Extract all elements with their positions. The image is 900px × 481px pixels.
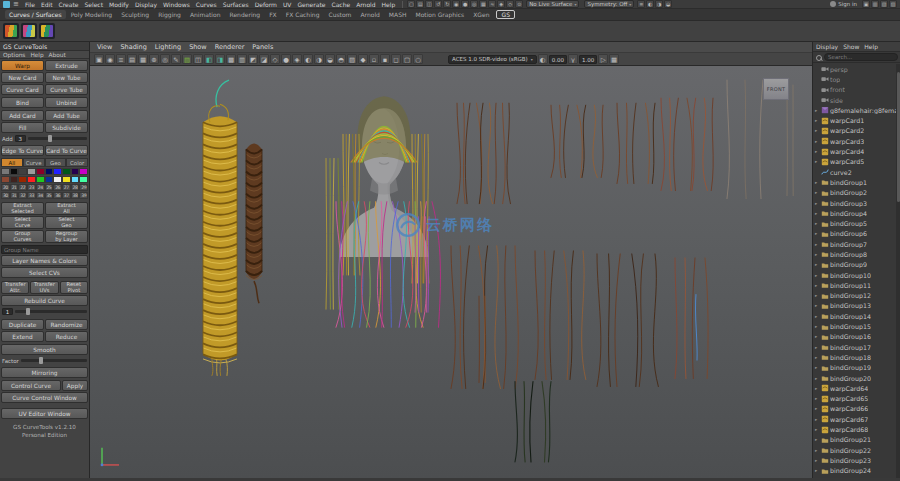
gamma-icon[interactable]: γ [568, 54, 578, 64]
gs-menu-item[interactable]: Options [3, 52, 25, 58]
gs-button[interactable]: Randomize [45, 319, 88, 330]
camera-attributes-icon[interactable]: ≡ [116, 54, 126, 64]
outliner-item[interactable]: bindGroup19 [813, 363, 900, 373]
textured-icon[interactable]: ◈ [292, 54, 302, 64]
outliner-item[interactable]: bindGroup9 [813, 260, 900, 270]
uv-texture-icon[interactable]: ▢ [402, 54, 412, 64]
outliner-item[interactable]: warpCard68 [813, 424, 900, 434]
shadows-icon[interactable]: ◑ [314, 54, 324, 64]
curve-control-window-button[interactable]: Curve Control Window [1, 392, 88, 403]
gs-button[interactable]: Curve Card [1, 84, 44, 95]
gs-button[interactable]: ExtractSelected [1, 202, 44, 215]
menu-icon[interactable]: ≡ [13, 0, 19, 8]
gs-button[interactable]: New Tube [45, 72, 88, 83]
color-swatch[interactable] [27, 168, 36, 175]
viewport-menu-item[interactable]: Lighting [152, 43, 184, 51]
color-swatch[interactable] [18, 176, 27, 183]
2d-pan-zoom-icon[interactable]: ⊕ [149, 54, 159, 64]
apply-button[interactable]: Apply [62, 380, 88, 391]
uv-editor-window-button[interactable]: UV Editor Window [1, 408, 88, 419]
expand-icon[interactable] [815, 118, 820, 123]
gs-button[interactable]: SelectCurve [1, 216, 44, 229]
expand-icon[interactable] [815, 345, 820, 350]
factor-slider[interactable] [21, 359, 87, 362]
lighting-icon[interactable]: ◐ [303, 54, 313, 64]
layer-number-cell[interactable]: 21 [10, 184, 19, 191]
menu-item[interactable]: Create [56, 1, 82, 8]
shelf-tab[interactable]: Animation [186, 10, 225, 19]
wireframe-icon[interactable]: ◇ [270, 54, 280, 64]
mirroring-button[interactable]: Mirroring [1, 367, 88, 378]
color-swatch[interactable] [18, 168, 27, 175]
gamma-field[interactable]: 1.00 [579, 55, 597, 64]
expand-icon[interactable] [815, 221, 820, 226]
snap-grid-icon[interactable]: ▦ [479, 0, 487, 8]
gs-button[interactable]: Extend [1, 331, 44, 342]
color-swatch[interactable] [53, 168, 62, 175]
gs-button[interactable]: Add Card [1, 110, 44, 121]
add-slider[interactable] [28, 137, 87, 140]
depth-of-field-icon[interactable]: ◆ [358, 54, 368, 64]
gs-button[interactable]: TransferAttr. [1, 281, 29, 294]
select-mask-component-icon[interactable]: ◎ [470, 0, 478, 8]
outliner-item[interactable]: persp [813, 64, 900, 74]
expand-icon[interactable] [815, 149, 820, 154]
outliner-item[interactable]: warpCard66 [813, 404, 900, 414]
gs-tab[interactable]: Color [66, 158, 88, 167]
shelf-tab[interactable]: Motion Graphics [411, 10, 468, 19]
shelf-tab[interactable]: Custom [324, 10, 355, 19]
layer-number-cell[interactable]: 34 [36, 192, 45, 199]
gs-button[interactable]: ExtractAll [45, 202, 88, 215]
outliner-item[interactable]: side [813, 95, 900, 105]
outliner-scrollbar[interactable] [896, 64, 900, 478]
menu-item[interactable]: Windows [160, 1, 193, 8]
lock-camera-icon[interactable]: ◉ [105, 54, 115, 64]
expand-icon[interactable] [815, 386, 820, 391]
shelf-tab[interactable]: XGen [469, 10, 493, 19]
motion-blur-icon[interactable]: ◓ [336, 54, 346, 64]
outliner-item[interactable]: bindGroup15 [813, 321, 900, 331]
outliner-item[interactable]: bindGroup13 [813, 301, 900, 311]
shelf-tab[interactable]: FX [265, 10, 281, 19]
menu-item[interactable]: Surfaces [220, 1, 252, 8]
shelf-tab[interactable]: Sculpting [117, 10, 153, 19]
modeling-toolkit-icon[interactable]: ▣ [862, 0, 870, 8]
resolution-gate-icon[interactable]: ◧ [204, 54, 214, 64]
gs-button[interactable]: SelectGeo [45, 216, 88, 229]
expand-icon[interactable] [815, 108, 820, 113]
outliner-item[interactable]: bindGroup18 [813, 352, 900, 362]
gs-tab[interactable]: Curve [23, 158, 45, 167]
outliner-item[interactable]: warpCard4 [813, 146, 900, 156]
layer-number-cell[interactable]: 39 [79, 192, 88, 199]
expand-icon[interactable] [815, 314, 820, 319]
expand-icon[interactable] [815, 324, 820, 329]
gs-menu-item[interactable]: About [49, 52, 66, 58]
live-surface-dropdown[interactable]: No Live Surface▾ [526, 0, 579, 8]
expand-icon[interactable] [815, 211, 820, 216]
outliner-item[interactable]: bindGroup3 [813, 198, 900, 208]
outliner-item[interactable]: bindGroup8 [813, 249, 900, 259]
gs-tab[interactable]: All [1, 158, 23, 167]
gs-button[interactable]: Fill [1, 122, 44, 133]
expand-icon[interactable] [815, 448, 820, 453]
menu-item[interactable]: Cache [328, 1, 353, 8]
viewport-menu-item[interactable]: View [94, 43, 115, 51]
outliner-item[interactable]: bindGroup22 [813, 445, 900, 455]
layer-number-cell[interactable]: 29 [79, 184, 88, 191]
grease-pencil-icon[interactable]: ✎ [171, 54, 181, 64]
outliner-item[interactable]: bindGroup6 [813, 229, 900, 239]
select-mask-object-icon[interactable]: ● [461, 0, 469, 8]
gs-button[interactable]: GroupCurves [1, 230, 44, 243]
save-scene-icon[interactable]: ◫ [425, 0, 433, 8]
gs-curvetools-shelf-button-3[interactable] [39, 23, 55, 39]
hud-icon[interactable]: ▦ [609, 54, 619, 64]
gs-curvetools-shelf-button-2[interactable] [21, 23, 37, 39]
outliner-search-input[interactable] [824, 53, 898, 61]
color-swatch[interactable] [36, 176, 45, 183]
menu-item[interactable]: File [22, 1, 38, 8]
film-gate-icon[interactable]: ◫ [193, 54, 203, 64]
gs-button[interactable]: Warp [1, 60, 44, 71]
layer-number-cell[interactable]: 38 [71, 192, 80, 199]
select-mask-hierarchy-icon[interactable]: ◉ [452, 0, 460, 8]
layer-number-cell[interactable]: 25 [45, 184, 54, 191]
